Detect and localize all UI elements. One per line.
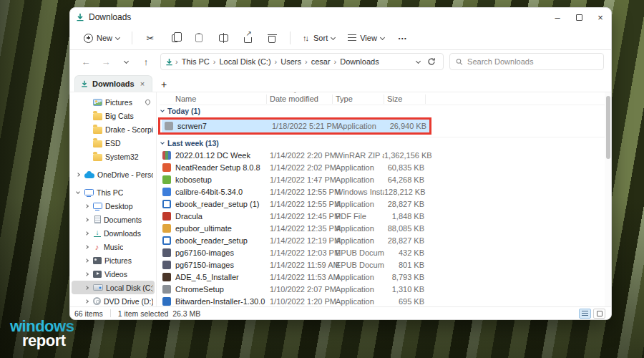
file-row-calibre-64bit-5-34-0[interactable]: calibre-64bit-5.34.01/14/2022 12:55 PMWi… [160,185,611,198]
details-view-icon [582,311,588,316]
breadcrumb-item-users[interactable]: Users [278,56,304,67]
breadcrumb-item-downloads[interactable]: Downloads [337,56,381,67]
up-button[interactable]: ↑ [137,53,155,70]
maximize-button[interactable] [568,8,590,26]
file-row-2022-01-12-dc-week[interactable]: 2022.01.12 DC Week1/14/2022 2:20 PMWinRA… [160,149,611,161]
tab-downloads[interactable]: Downloads × [74,75,152,92]
file-row-ebook-reader-setup[interactable]: ebook_reader_setup1/14/2022 12:19 PMAppl… [160,234,611,246]
breadcrumb-item-cesar[interactable]: cesar [308,56,333,67]
chevron-right-icon[interactable] [83,246,90,248]
delete-button[interactable] [261,29,283,47]
sidebar-item-big-cats[interactable]: Big Cats [72,109,155,122]
chevron-down-icon[interactable] [74,192,82,193]
sidebar-item-system32[interactable]: System32 [72,150,155,163]
chevron-right-icon[interactable] [83,300,90,303]
file-row-scrwen7[interactable]: scrwen71/18/2022 5:21 PMApplication26,94… [162,120,429,132]
copy-button[interactable] [164,29,185,47]
file-row-kobosetup[interactable]: kobosetup1/14/2022 1:47 PMApplication64,… [160,173,611,185]
sidebar-item-pictures[interactable]: Pictures [72,95,155,109]
chevron-right-icon[interactable] [83,286,90,289]
file-row-pg67150-images[interactable]: pg67150-images1/14/2022 11:59 AMEPUB Doc… [160,258,611,271]
sidebar-item-videos[interactable]: Videos [72,267,155,281]
scrollbar-thumb[interactable] [606,96,610,159]
recent-locations-button[interactable] [117,53,135,70]
vertical-scrollbar[interactable] [605,92,611,306]
column-header-name[interactable]: Name [160,95,267,104]
chevron-right-icon[interactable] [83,273,90,276]
file-type: EPUB Document [333,248,384,257]
search-box[interactable] [449,53,604,70]
rename-button[interactable] [213,29,234,47]
chevron-right-icon[interactable] [83,232,90,235]
column-header-type[interactable]: Type [333,95,384,104]
refresh-icon[interactable] [427,57,436,66]
share-button[interactable] [237,29,258,47]
sort-button[interactable]: ↑↓ Sort [298,31,340,45]
trash-icon [268,36,275,43]
sidebar-item-dvd-drive-d-esd-iso[interactable]: DVD Drive (D:) ESD-ISO [72,294,155,306]
file-row-ebook-reader-setup-1[interactable]: ebook_reader_setup (1)1/14/2022 12:55 PM… [160,198,611,210]
new-button[interactable]: New [79,31,125,46]
back-button[interactable]: ← [77,53,94,70]
address-dropdown-icon[interactable] [416,58,421,63]
sidebar-item-drake-scorpion-320[interactable]: Drake - Scorpion (320) [72,122,155,136]
file-name: Bitwarden-Installer-1.30.0 [175,297,265,306]
pictures-dark-icon [93,257,102,264]
file-date-modified: 1/14/2022 2:02 PM [267,163,333,172]
new-tab-button[interactable]: + [157,79,171,92]
large-icons-view-button[interactable] [593,309,605,319]
file-name: epubor_ultimate [175,224,232,233]
details-view-button[interactable] [579,309,591,319]
title-bar[interactable]: Downloads – × [70,8,611,26]
group-header-today-1[interactable]: Today (1) [160,105,611,117]
close-button[interactable]: × [590,8,611,26]
sidebar-item-esd[interactable]: ESD [72,136,155,150]
file-row-ade-4-5-installer[interactable]: ADE_4.5_Installer1/14/2022 11:53 AMAppli… [160,271,611,283]
this-pc-icon [84,189,94,195]
sidebar-item-downloads[interactable]: ↓Downloads [72,226,155,240]
sidebar-item-music[interactable]: ♪Music [72,240,155,253]
paste-button[interactable] [188,29,210,47]
file-name: pg67160-images [175,248,234,257]
file-type: Application [333,163,384,172]
sidebar-item-this-pc[interactable]: This PC [72,185,155,199]
search-input[interactable] [467,57,597,66]
file-row-neatreader-setup-8-0-8[interactable]: NeatReader Setup 8.0.81/14/2022 2:02 PMA… [160,161,611,173]
column-header-date-modified[interactable]: ˆDate modified [267,95,333,104]
file-type: EPUB Document [333,261,384,269]
breadcrumb-item-this-pc[interactable]: This PC [179,56,213,67]
view-button[interactable]: View [343,31,389,45]
file-row-chromesetup[interactable]: ChromeSetup1/10/2022 2:07 PMApplication1… [160,283,611,295]
group-label: Last week (13) [167,139,219,147]
file-row-dracula[interactable]: Dracula1/14/2022 12:45 PMPDF File1,848 K… [160,210,611,222]
file-type: Application [333,285,384,294]
file-group: Today (1)scrwen71/18/2022 5:21 PMApplica… [160,105,611,137]
sidebar-item-local-disk-c[interactable]: Local Disk (C:) [72,281,155,294]
sidebar-item-documents[interactable]: Documents [72,213,155,226]
chevron-right-icon[interactable] [83,259,90,262]
more-options-button[interactable]: … [392,29,414,47]
sidebar-item-label: Documents [104,216,142,224]
group-header-last-week-13[interactable]: Last week (13) [160,137,611,149]
chevron-right-icon[interactable] [74,173,82,176]
tab-close-icon[interactable]: × [139,79,146,88]
sidebar-item-pictures[interactable]: Pictures [72,253,155,267]
file-row-pg67160-images[interactable]: pg67160-images1/14/2022 12:03 PMEPUB Doc… [160,246,611,258]
status-separator [110,309,111,317]
column-header-size[interactable]: Size [384,95,426,104]
forward-button[interactable]: → [97,53,114,70]
sidebar-item-onedrive-personal[interactable]: OneDrive - Personal [72,168,155,181]
file-row-epubor-ultimate[interactable]: epubor_ultimate1/14/2022 12:35 PMApplica… [160,222,611,234]
minimize-button[interactable]: – [547,8,568,26]
breadcrumb-item-local-disk-c[interactable]: Local Disk (C:) [216,56,273,67]
sidebar-item-desktop[interactable]: Desktop [72,199,155,213]
file-size: 64,268 KB [384,175,426,184]
chevron-down-icon [160,108,165,112]
cut-button[interactable]: ✂ [140,29,161,47]
chevron-right-icon[interactable] [83,218,90,221]
sort-arrows-icon: ↑↓ [303,34,310,42]
breadcrumb[interactable]: ›This PC›Local Disk (C:)›Users›cesar›Dow… [160,53,444,70]
chevron-right-icon[interactable] [83,205,90,208]
file-row-bitwarden-installer-1-30-0[interactable]: Bitwarden-Installer-1.30.01/10/2022 1:20… [160,295,611,306]
paste-icon [195,34,203,42]
